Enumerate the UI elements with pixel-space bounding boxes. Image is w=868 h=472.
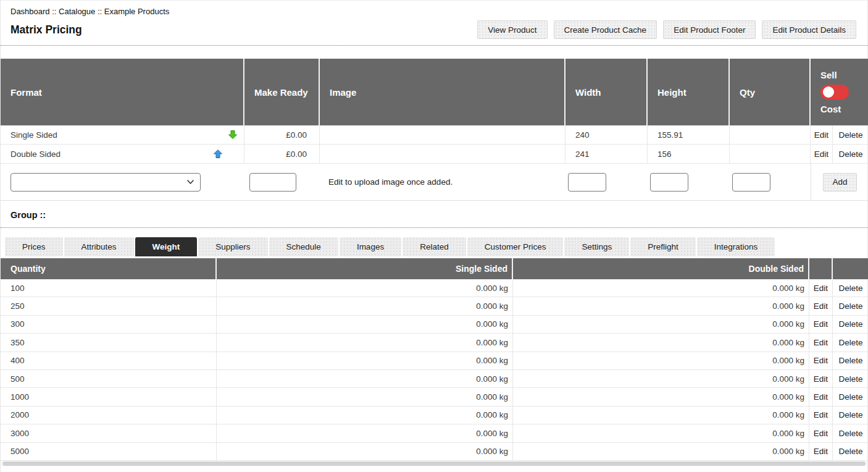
add-button[interactable]: Add: [823, 173, 856, 192]
weight-row-4: 400 0.000 kg 0.000 kg Edit Delete: [1, 352, 868, 370]
move-up-icon[interactable]: [214, 150, 222, 158]
edit-link[interactable]: Edit: [809, 407, 833, 424]
column-header-width: Width: [565, 59, 648, 125]
quantity-cell: 400: [1, 352, 217, 369]
qty-input[interactable]: [732, 173, 770, 192]
image-upload-note: Edit to upload image once added.: [320, 164, 565, 200]
column-header-single-sided: Single Sided: [217, 258, 513, 279]
tab-schedule[interactable]: Schedule: [269, 237, 338, 256]
move-down-icon[interactable]: [228, 130, 237, 139]
tab-weight[interactable]: Weight: [135, 237, 198, 256]
edit-product-footer-button[interactable]: Edit Product Footer: [663, 20, 756, 39]
make-ready-input[interactable]: [249, 173, 296, 192]
quantity-cell: 350: [1, 334, 217, 351]
quantity-cell: 300: [1, 316, 217, 333]
edit-link[interactable]: Edit: [811, 145, 833, 163]
page-title: Matrix Pricing: [10, 23, 82, 36]
make-ready-cell: £0.00: [244, 125, 320, 144]
column-header-height: Height: [648, 59, 730, 125]
width-input[interactable]: [568, 173, 606, 192]
tab-integrations[interactable]: Integrations: [697, 237, 775, 256]
single-sided-weight-cell: 0.000 kg: [217, 352, 513, 369]
delete-link[interactable]: Delete: [833, 388, 868, 405]
double-sided-weight-cell: 0.000 kg: [513, 443, 809, 460]
product-tabs: Prices Attributes Weight Suppliers Sched…: [1, 237, 867, 256]
format-select[interactable]: [10, 173, 201, 192]
tab-preflight[interactable]: Preflight: [630, 237, 696, 256]
reorder-arrows: [214, 150, 237, 158]
delete-link[interactable]: Delete: [833, 370, 868, 387]
edit-link[interactable]: Edit: [809, 334, 833, 351]
double-sided-weight-cell: 0.000 kg: [513, 279, 809, 297]
reorder-arrows: [214, 130, 237, 139]
tab-prices[interactable]: Prices: [5, 237, 63, 256]
tab-images[interactable]: Images: [340, 237, 401, 256]
delete-link[interactable]: Delete: [833, 334, 868, 351]
image-cell: [320, 125, 565, 144]
edit-link[interactable]: Edit: [809, 424, 833, 442]
edit-link[interactable]: Edit: [809, 443, 833, 460]
group-label: Group ::: [1, 201, 867, 228]
quantity-cell: 500: [1, 370, 217, 387]
tab-suppliers[interactable]: Suppliers: [198, 237, 267, 256]
delete-link[interactable]: Delete: [833, 407, 868, 424]
column-header-double-sided: Double Sided: [513, 258, 809, 279]
delete-link[interactable]: Delete: [833, 443, 868, 460]
edit-link[interactable]: Edit: [809, 388, 833, 405]
tab-customer-prices[interactable]: Customer Prices: [467, 237, 564, 256]
format-name: Double Sided: [10, 150, 61, 159]
delete-link[interactable]: Delete: [833, 297, 868, 314]
matrix-table-header: Format Make Ready Image Width Height Qty…: [1, 59, 868, 125]
create-product-cache-button[interactable]: Create Product Cache: [554, 20, 657, 39]
edit-link[interactable]: Edit: [811, 125, 833, 144]
edit-product-details-button[interactable]: Edit Product Details: [762, 20, 856, 39]
view-product-button[interactable]: View Product: [477, 20, 547, 39]
double-sided-weight-cell: 0.000 kg: [513, 334, 809, 351]
edit-link[interactable]: Edit: [809, 316, 833, 333]
matrix-row-0: Single Sided £0.00 240 155.9: [1, 125, 868, 145]
weight-row-6: 1000 0.000 kg 0.000 kg Edit Delete: [1, 388, 868, 406]
format-cell: Single Sided: [1, 125, 244, 144]
delete-link[interactable]: Delete: [833, 279, 868, 297]
weight-row-3: 350 0.000 kg 0.000 kg Edit Delete: [1, 334, 868, 352]
delete-link[interactable]: Delete: [833, 352, 868, 369]
delete-link[interactable]: Delete: [833, 125, 868, 144]
tab-attributes[interactable]: Attributes: [64, 237, 134, 256]
height-cell: 156: [648, 145, 730, 163]
quantity-cell: 1000: [1, 388, 217, 405]
delete-link[interactable]: Delete: [833, 424, 868, 442]
delete-link[interactable]: Delete: [833, 316, 868, 333]
weight-row-7: 2000 0.000 kg 0.000 kg Edit Delete: [1, 407, 868, 424]
toggle-knob: [823, 86, 834, 98]
width-cell: 241: [565, 145, 648, 163]
scrollbar-thumb[interactable]: [2, 461, 866, 466]
double-sided-weight-cell: 0.000 kg: [513, 297, 809, 314]
quantity-cell: 100: [1, 279, 217, 297]
sell-cost-toggle[interactable]: [820, 85, 849, 99]
horizontal-scrollbar[interactable]: [1, 461, 867, 466]
height-input[interactable]: [650, 173, 688, 192]
double-sided-weight-cell: 0.000 kg: [513, 388, 809, 405]
breadcrumb[interactable]: Dashboard :: Catalogue :: Example Produc…: [1, 6, 867, 18]
matrix-row-1: Double Sided £0.00 241 156: [1, 145, 868, 164]
weight-row-5: 500 0.000 kg 0.000 kg Edit Delete: [1, 370, 868, 388]
format-cell: Double Sided: [1, 145, 244, 163]
double-sided-weight-cell: 0.000 kg: [513, 316, 809, 333]
edit-link[interactable]: Edit: [809, 352, 833, 369]
single-sided-weight-cell: 0.000 kg: [217, 407, 513, 424]
matrix-pricing-page: Dashboard :: Catalogue :: Example Produc…: [0, 0, 868, 472]
matrix-table-body: Single Sided £0.00 240 155.9: [1, 125, 867, 164]
edit-link[interactable]: Edit: [809, 297, 833, 314]
edit-link[interactable]: Edit: [809, 279, 833, 297]
sell-label: Sell: [820, 70, 837, 80]
header-actions: View Product Create Product Cache Edit P…: [477, 20, 856, 39]
delete-link[interactable]: Delete: [833, 145, 868, 163]
column-header-image: Image: [320, 59, 565, 125]
weight-table-body: 100 0.000 kg 0.000 kg Edit Delete 250 0.…: [1, 279, 867, 461]
tab-settings[interactable]: Settings: [564, 237, 629, 256]
tab-related[interactable]: Related: [403, 237, 466, 256]
single-sided-weight-cell: 0.000 kg: [217, 424, 513, 442]
quantity-cell: 250: [1, 297, 217, 314]
edit-link[interactable]: Edit: [809, 370, 833, 387]
quantity-cell: 5000: [1, 443, 217, 460]
